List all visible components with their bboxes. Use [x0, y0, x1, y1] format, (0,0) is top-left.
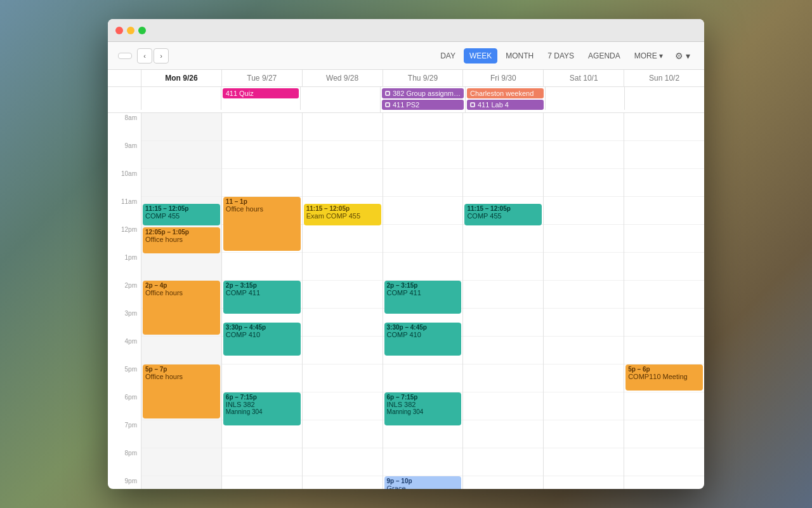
more-button[interactable]: MORE ▾ — [629, 48, 669, 64]
month-view-button[interactable]: MONTH — [500, 48, 539, 64]
traffic-lights — [115, 27, 146, 34]
day-header-sat: Sat 10/1 — [543, 70, 624, 86]
prev-button[interactable]: ‹ — [137, 48, 152, 64]
time-label-4pm: 4pm — [108, 337, 141, 364]
allday-event-411ps2[interactable]: 411 PS2 — [382, 100, 464, 110]
calendar-event[interactable]: 2p – 3:15pCOMP 411 — [223, 281, 301, 314]
day-col-tue: 11 – 1pOffice hours2p – 3:15pCOMP 4113:3… — [221, 113, 302, 489]
time-grid: 8am9am10am11am12pm1pm2pm3pm4pm5pm6pm7pm8… — [108, 113, 704, 489]
allday-sun — [624, 87, 704, 110]
day-col-fri: 11:15 – 12:05pCOMP 455 — [462, 113, 543, 489]
day-headers: Mon 9/26 Tue 9/27 Wed 9/28 Thu 9/29 Fri … — [108, 70, 704, 87]
allday-event-411quiz[interactable]: 411 Quiz — [223, 88, 299, 98]
agenda-view-button[interactable]: AGENDA — [582, 48, 626, 64]
close-button[interactable] — [115, 27, 123, 34]
calendar-event[interactable]: 5p – 7pOffice hours — [143, 364, 220, 418]
calendar-grid: Mon 9/26 Tue 9/27 Wed 9/28 Thu 9/29 Fri … — [108, 70, 704, 489]
allday-thu: 382 Group assignm… 411 PS2 — [380, 87, 465, 112]
day-col-sat — [543, 113, 624, 489]
week-view-button[interactable]: WEEK — [464, 48, 497, 64]
time-label-6pm: 6pm — [108, 392, 141, 420]
calendar-event[interactable]: 2p – 3:15pCOMP 411 — [384, 281, 462, 314]
day-header-thu: Thu 9/29 — [383, 70, 463, 86]
time-label-10am: 10am — [108, 169, 141, 197]
settings-button[interactable]: ⚙ ▾ — [671, 48, 694, 64]
time-label-7pm: 7pm — [108, 420, 141, 448]
allday-event-charleston[interactable]: Charleston weekend — [467, 88, 544, 98]
day-header-sun: Sun 10/2 — [624, 70, 704, 86]
minimize-button[interactable] — [127, 27, 134, 34]
nav-buttons: ‹ › — [137, 48, 169, 64]
time-labels: 8am9am10am11am12pm1pm2pm3pm4pm5pm6pm7pm8… — [108, 113, 141, 489]
titlebar — [108, 19, 704, 42]
calendar-event[interactable]: 12:05p – 1:05pOffice hours — [143, 227, 220, 253]
toolbar: ‹ › DAY WEEK MONTH 7 DAYS AGENDA MORE ▾ … — [108, 42, 704, 70]
calendar-event[interactable]: 2p – 4pOffice hours — [143, 281, 220, 335]
today-button[interactable] — [118, 53, 132, 59]
allday-event-411lab4[interactable]: 411 Lab 4 — [467, 100, 544, 110]
time-label-8am: 8am — [108, 113, 141, 141]
day-col-wed: 11:15 – 12:05pExam COMP 455 — [302, 113, 383, 489]
view-switcher: DAY WEEK MONTH 7 DAYS AGENDA MORE ▾ ⚙ ▾ — [435, 48, 694, 64]
allday-tue: 411 Quiz — [221, 87, 301, 110]
day-col-sun: 5p – 6pCOMP110 Meeting — [624, 113, 704, 489]
time-label-3pm: 3pm — [108, 309, 141, 337]
calendar-event[interactable]: 3:30p – 4:45pCOMP 410 — [384, 323, 462, 356]
day-col-mon: 11:15 – 12:05pCOMP 45512:05p – 1:05pOffi… — [141, 113, 221, 489]
day-header-mon: Mon 9/26 — [141, 70, 221, 86]
calendar-event[interactable]: 3:30p – 4:45pCOMP 410 — [223, 323, 301, 356]
calendar-event[interactable]: 5p – 6pCOMP110 Meeting — [625, 364, 703, 391]
calendar-event[interactable]: 11:15 – 12:05pExam COMP 455 — [304, 204, 381, 225]
day-header-wed: Wed 9/28 — [302, 70, 383, 86]
fullscreen-button[interactable] — [138, 27, 146, 34]
time-label-8pm: 8pm — [108, 448, 141, 476]
allday-sat — [545, 87, 625, 110]
day-header-tue: Tue 9/27 — [221, 70, 302, 86]
calendar-event[interactable]: 9p – 10pGrace — [384, 476, 462, 489]
allday-mon — [141, 87, 221, 110]
allday-event-382group[interactable]: 382 Group assignm… — [382, 88, 464, 98]
calendar-event[interactable]: 11:15 – 12:05pCOMP 455 — [143, 204, 220, 225]
allday-row: 411 Quiz 382 Group assignm… 411 PS2 Char… — [108, 87, 704, 113]
day-col-thu: 2p – 3:15pCOMP 4113:30p – 4:45pCOMP 4106… — [383, 113, 463, 489]
day-header-fri: Fri 9/30 — [462, 70, 543, 86]
time-label-9am: 9am — [108, 141, 141, 169]
time-label-9pm: 9pm — [108, 476, 141, 489]
time-label-12pm: 12pm — [108, 225, 141, 253]
calendar-event[interactable]: 6p – 7:15pINLS 382Manning 304 — [384, 392, 462, 425]
7days-view-button[interactable]: 7 DAYS — [542, 48, 580, 64]
allday-fri: Charleston weekend 411 Lab 4 — [465, 87, 545, 112]
calendar-event[interactable]: 11 – 1pOffice hours — [223, 197, 301, 251]
allday-wed — [300, 87, 380, 110]
calendar-window: ‹ › DAY WEEK MONTH 7 DAYS AGENDA MORE ▾ … — [108, 19, 704, 489]
time-label-1pm: 1pm — [108, 253, 141, 281]
calendar-event[interactable]: 6p – 7:15pINLS 382Manning 304 — [223, 392, 301, 425]
time-label-2pm: 2pm — [108, 281, 141, 309]
time-label-11am: 11am — [108, 197, 141, 225]
calendar-event[interactable]: 11:15 – 12:05pCOMP 455 — [464, 204, 542, 225]
day-view-button[interactable]: DAY — [435, 48, 461, 64]
time-label-5pm: 5pm — [108, 364, 141, 392]
next-button[interactable]: › — [154, 48, 169, 64]
